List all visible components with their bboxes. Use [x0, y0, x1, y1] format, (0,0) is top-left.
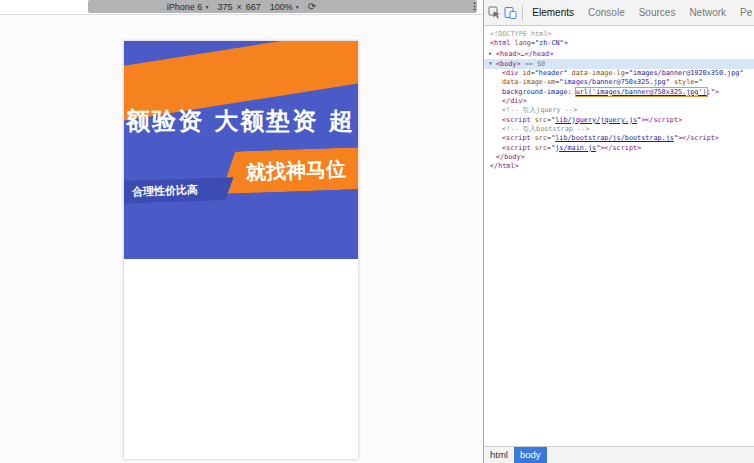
- code-token-doc: <!DOCTYPE html>: [490, 30, 551, 38]
- devtools-tabs: ElementsConsoleSourcesNetworkPerformance: [525, 0, 752, 25]
- code-token-tag: <div: [502, 69, 522, 77]
- code-line[interactable]: data-image-sm="images/banner@750x325.jpg…: [484, 78, 754, 87]
- code-token-plain: =": [694, 78, 702, 86]
- code-line[interactable]: </body>: [484, 153, 754, 162]
- code-token-val: background-image:: [502, 88, 576, 96]
- chevron-down-icon: ▾: [205, 3, 208, 10]
- expand-arrow-open-icon[interactable]: ▼: [489, 59, 496, 68]
- banner-headline: 额验资 大额垫资 超: [126, 105, 355, 137]
- code-token-cmt: <!-- 引入jquery -->: [502, 106, 577, 114]
- banner-ribbon-primary: 就找神马位: [219, 146, 358, 194]
- breadcrumb-body[interactable]: body: [514, 447, 547, 463]
- code-token-link[interactable]: url('images/banner@750x325.jpg'): [576, 88, 707, 96]
- dom-breadcrumbs: htmlbody: [484, 446, 754, 463]
- device-toolbar-controls: iPhone 6 ▾ 375 × 667 100% ▾ ⟳: [0, 0, 483, 13]
- device-viewport[interactable]: 额验资 大额垫资 超 就找神马位 合理性价比高: [124, 41, 358, 459]
- viewport-width-value[interactable]: 375: [217, 2, 232, 12]
- code-token-val: "images/banner@750x325.jpg": [559, 78, 670, 86]
- code-token-attr: data-image-sm: [502, 78, 555, 86]
- code-token-tag: <body>: [496, 60, 521, 68]
- code-token-tag: </script>: [682, 134, 719, 142]
- page-banner: 额验资 大额垫资 超 就找神马位 合理性价比高: [124, 41, 358, 259]
- device-emulation-pane: iPhone 6 ▾ 375 × 667 100% ▾ ⟳ ⋮: [0, 0, 483, 463]
- tab-elements[interactable]: Elements: [525, 0, 581, 25]
- code-token-tag: <head>: [496, 50, 521, 58]
- code-line[interactable]: background-image: url('images/banner@750…: [484, 88, 754, 97]
- devtools-toolbar: ElementsConsoleSourcesNetworkPerformance: [484, 0, 754, 26]
- code-token-attr: style: [674, 78, 694, 86]
- emulation-stage: 额验资 大额垫资 超 就找神马位 合理性价比高: [0, 15, 483, 463]
- code-token-tag: >: [715, 88, 719, 96]
- code-token-attr: src: [535, 116, 547, 124]
- code-token-attr: id: [522, 69, 530, 77]
- tab-performance[interactable]: Performance: [733, 0, 752, 25]
- code-token-tag: </script>: [604, 144, 641, 152]
- code-token-link[interactable]: lib/jquery/jquery.js: [555, 116, 637, 124]
- device-type-select[interactable]: iPhone 6 ▾: [167, 2, 209, 12]
- code-line[interactable]: </html>: [484, 162, 754, 171]
- code-token-attr: data-image-lg: [572, 69, 625, 77]
- toggle-device-toolbar-icon[interactable]: [502, 2, 518, 23]
- dimension-times-label: ×: [236, 2, 241, 12]
- code-token-link[interactable]: lib/bootstrap/js/bootstrap.js: [555, 134, 674, 142]
- device-type-label: iPhone 6: [167, 2, 203, 12]
- tab-console[interactable]: Console: [581, 0, 632, 25]
- expand-arrow-closed-icon[interactable]: ▶: [489, 49, 496, 58]
- viewport-height-value[interactable]: 667: [246, 2, 261, 12]
- code-token-link[interactable]: js/main.js: [555, 144, 596, 152]
- code-token-tag: <script: [502, 116, 535, 124]
- breadcrumb-html[interactable]: html: [484, 447, 514, 463]
- devtools-panel: ElementsConsoleSourcesNetworkPerformance…: [483, 0, 754, 463]
- rotate-viewport-icon[interactable]: ⟳: [308, 0, 316, 13]
- banner-ribbon-secondary: 合理性价比高: [124, 177, 234, 204]
- code-line[interactable]: ▶<head>…</head>: [484, 49, 754, 59]
- viewport-dimensions: 375 × 667: [217, 2, 260, 12]
- elements-tree: <!DOCTYPE html><html lang="zh-CN">▶<head…: [484, 26, 754, 446]
- chevron-down-icon: ▾: [296, 3, 299, 10]
- code-line[interactable]: <div id="header" data-image-lg="images/b…: [484, 69, 754, 78]
- zoom-select[interactable]: 100% ▾: [270, 2, 299, 12]
- code-line[interactable]: <script src="js/main.js"></script>: [484, 144, 754, 153]
- code-token-val: "zh-CN": [535, 39, 564, 47]
- toolbar-separator: [522, 5, 523, 21]
- browser-devtools-screenshot: iPhone 6 ▾ 375 × 667 100% ▾ ⟳ ⋮: [0, 0, 754, 463]
- code-token-val: "images/banner@1920x350.jpg": [629, 69, 744, 77]
- more-options-icon[interactable]: ⋮: [470, 0, 479, 13]
- code-token-tag: </script>: [645, 116, 682, 124]
- code-token-tag: <html: [490, 39, 515, 47]
- code-token-tag: </body>: [496, 153, 525, 161]
- code-line[interactable]: <!-- 引入bootstrap -->: [484, 125, 754, 134]
- code-line[interactable]: <!-- 引入jquery -->: [484, 106, 754, 115]
- code-token-attr: src: [535, 144, 547, 152]
- code-token-val: "header": [535, 69, 568, 77]
- code-token-cmt: <!-- 引入bootstrap -->: [502, 125, 589, 133]
- code-token-tag: </head>: [525, 50, 554, 58]
- code-token-dollar: == $0: [521, 60, 546, 68]
- tab-sources[interactable]: Sources: [632, 0, 683, 25]
- code-token-attr: src: [535, 134, 547, 142]
- code-token-attr: lang: [515, 39, 531, 47]
- code-token-tag: </html>: [490, 162, 519, 170]
- tab-network[interactable]: Network: [682, 0, 733, 25]
- code-line[interactable]: </div>: [484, 97, 754, 106]
- code-token-tag: >: [564, 39, 568, 47]
- device-toolbar: iPhone 6 ▾ 375 × 667 100% ▾ ⟳ ⋮: [0, 0, 483, 15]
- code-token-tag: </div>: [502, 97, 527, 105]
- code-token-tag: <script: [502, 144, 535, 152]
- code-token-tag: <script: [502, 134, 535, 142]
- code-line[interactable]: <script src="lib/bootstrap/js/bootstrap.…: [484, 134, 754, 143]
- code-line[interactable]: <!DOCTYPE html>: [484, 30, 754, 39]
- inspect-element-icon[interactable]: [486, 2, 502, 23]
- zoom-level-label: 100%: [270, 2, 293, 12]
- code-line[interactable]: <html lang="zh-CN">: [484, 39, 754, 48]
- code-line[interactable]: <script src="lib/jquery/jquery.js"></scr…: [484, 116, 754, 125]
- code-line-selected[interactable]: ▼<body> == $0: [484, 59, 754, 69]
